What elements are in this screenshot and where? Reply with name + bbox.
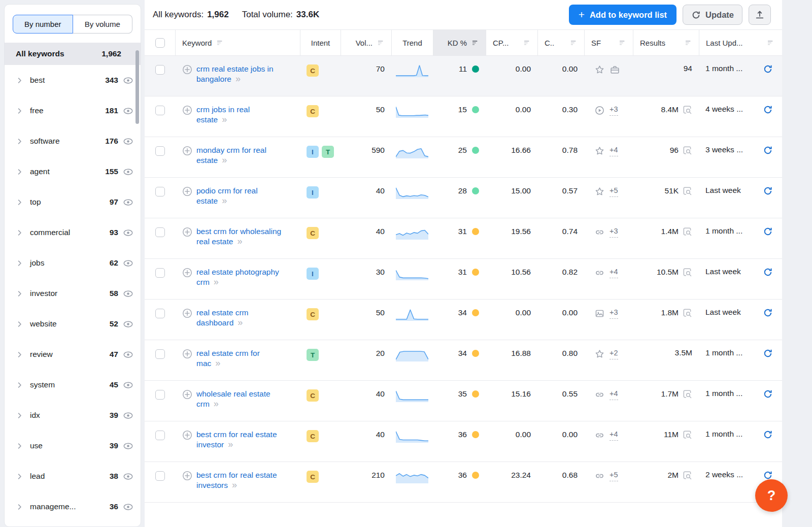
- sf-more-count[interactable]: +2: [610, 349, 618, 359]
- eye-icon[interactable]: [123, 471, 133, 482]
- keyword-link[interactable]: best crm for real estate investors: [196, 471, 277, 489]
- refresh-row-icon[interactable]: [763, 267, 773, 277]
- row-checkbox[interactable]: [155, 349, 165, 359]
- row-checkbox[interactable]: [155, 471, 165, 481]
- expand-keyword-icon[interactable]: »: [222, 195, 226, 206]
- sf-more-count[interactable]: +4: [610, 430, 618, 440]
- sidebar-item-software[interactable]: software 176: [5, 126, 141, 156]
- refresh-row-icon[interactable]: [763, 308, 773, 318]
- row-checkbox[interactable]: [155, 390, 165, 400]
- star-icon[interactable]: [594, 186, 605, 197]
- link-icon[interactable]: [594, 227, 605, 238]
- star-icon[interactable]: [594, 146, 605, 156]
- expand-keyword-icon[interactable]: »: [238, 317, 242, 327]
- add-keyword-icon[interactable]: [182, 389, 193, 400]
- row-checkbox[interactable]: [155, 187, 165, 196]
- keyword-link[interactable]: real estate photography crm: [196, 268, 279, 286]
- serp-preview-icon[interactable]: [682, 186, 692, 196]
- link-icon[interactable]: [594, 471, 605, 481]
- add-keyword-icon[interactable]: [182, 105, 193, 116]
- sort-icon[interactable]: [523, 39, 531, 47]
- add-to-keyword-list-button[interactable]: + Add to keyword list: [569, 5, 676, 25]
- sidebar-item-system[interactable]: system 45: [5, 370, 141, 400]
- serp-preview-icon[interactable]: [682, 470, 692, 480]
- sidebar-item-manageme[interactable]: manageme... 36: [5, 491, 141, 522]
- eye-icon[interactable]: [123, 75, 133, 86]
- refresh-row-icon[interactable]: [763, 145, 773, 155]
- chevron-right-icon[interactable]: [16, 199, 23, 206]
- sidebar-item-lead[interactable]: lead 38: [5, 461, 141, 491]
- expand-keyword-icon[interactable]: »: [228, 439, 232, 449]
- row-checkbox[interactable]: [155, 309, 165, 318]
- star-icon[interactable]: [594, 349, 605, 359]
- chevron-right-icon[interactable]: [16, 259, 23, 267]
- add-keyword-icon[interactable]: [182, 430, 193, 441]
- sf-more-count[interactable]: +3: [610, 227, 618, 237]
- add-keyword-icon[interactable]: [182, 186, 193, 197]
- chevron-right-icon[interactable]: [16, 229, 23, 237]
- sf-more-count[interactable]: +5: [610, 186, 618, 196]
- serp-preview-icon[interactable]: [682, 105, 692, 115]
- keyword-link[interactable]: monday crm for real estate: [196, 146, 266, 164]
- row-checkbox[interactable]: [155, 65, 165, 75]
- expand-keyword-icon[interactable]: »: [214, 399, 218, 409]
- sidebar-item-commercial[interactable]: commercial 93: [5, 217, 141, 248]
- sf-more-count[interactable]: +4: [610, 389, 618, 400]
- row-checkbox[interactable]: [155, 268, 165, 278]
- eye-icon[interactable]: [123, 502, 133, 512]
- add-keyword-icon[interactable]: [182, 470, 193, 481]
- serp-preview-icon[interactable]: [682, 308, 692, 318]
- row-checkbox[interactable]: [155, 431, 165, 440]
- tab-by-number[interactable]: By number: [13, 15, 73, 34]
- expand-keyword-icon[interactable]: »: [215, 358, 220, 368]
- sidebar-item-agent[interactable]: agent 155: [5, 156, 141, 187]
- serp-preview-icon[interactable]: [682, 430, 692, 440]
- add-keyword-icon[interactable]: [182, 226, 193, 238]
- refresh-row-icon[interactable]: [763, 430, 773, 440]
- sidebar-item-all-keywords[interactable]: All keywords 1,962: [5, 43, 141, 65]
- sort-icon[interactable]: [684, 39, 692, 47]
- column-header-kd[interactable]: KD %: [433, 30, 486, 55]
- refresh-row-icon[interactable]: [763, 64, 773, 74]
- chevron-right-icon[interactable]: [16, 290, 23, 298]
- column-header-keyword[interactable]: Keyword: [175, 30, 300, 55]
- sidebar-item-use[interactable]: use 39: [5, 431, 141, 461]
- sort-icon[interactable]: [569, 39, 578, 47]
- add-keyword-icon[interactable]: [182, 308, 193, 319]
- expand-keyword-icon[interactable]: »: [237, 236, 242, 246]
- sidebar-item-top[interactable]: top 97: [5, 187, 141, 217]
- keyword-link[interactable]: crm real estate jobs in bangalore: [196, 64, 274, 83]
- column-header-volume[interactable]: Vol...: [341, 30, 391, 55]
- sidebar-item-best[interactable]: best 343: [5, 65, 141, 95]
- eye-icon[interactable]: [123, 106, 133, 116]
- refresh-row-icon[interactable]: [763, 470, 773, 480]
- link-icon[interactable]: [594, 389, 605, 400]
- sidebar-item-idx[interactable]: idx 39: [5, 400, 141, 431]
- sidebar-item-free[interactable]: free 181: [5, 95, 141, 126]
- link-icon[interactable]: [594, 430, 605, 441]
- refresh-row-icon[interactable]: [763, 389, 773, 399]
- serp-preview-icon[interactable]: [682, 267, 692, 277]
- serp-preview-icon[interactable]: [682, 389, 692, 399]
- sf-more-count[interactable]: +3: [610, 105, 618, 115]
- add-keyword-icon[interactable]: [182, 145, 193, 156]
- briefcase-icon[interactable]: [610, 64, 620, 75]
- add-keyword-icon[interactable]: [182, 267, 193, 278]
- eye-icon[interactable]: [123, 380, 133, 390]
- sf-more-count[interactable]: +4: [610, 146, 618, 156]
- chevron-right-icon[interactable]: [16, 442, 23, 450]
- chevron-right-icon[interactable]: [16, 320, 23, 328]
- serp-preview-icon[interactable]: [682, 226, 692, 237]
- sidebar-item-review[interactable]: review 47: [5, 339, 141, 370]
- column-header-cpc[interactable]: CP...: [486, 30, 537, 55]
- refresh-row-icon[interactable]: [763, 105, 773, 115]
- chevron-right-icon[interactable]: [16, 77, 23, 84]
- sort-icon[interactable]: [216, 39, 224, 47]
- column-header-com[interactable]: C..: [537, 30, 584, 55]
- export-button[interactable]: [749, 5, 771, 25]
- chevron-right-icon[interactable]: [16, 473, 23, 480]
- sf-more-count[interactable]: +5: [610, 471, 618, 481]
- refresh-row-icon[interactable]: [763, 348, 773, 358]
- sort-icon[interactable]: [618, 39, 626, 47]
- sort-icon[interactable]: [766, 39, 774, 47]
